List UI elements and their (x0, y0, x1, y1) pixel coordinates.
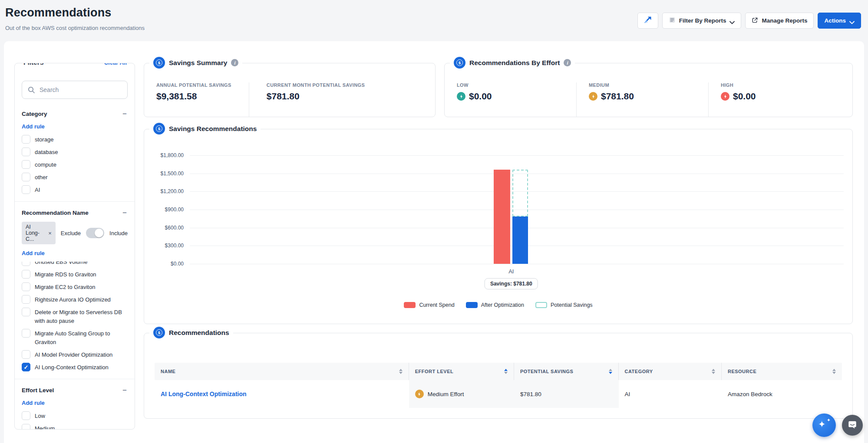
legend-label: Current Spend (419, 302, 454, 308)
recommendation-link[interactable]: AI Long-Context Optimization (161, 390, 247, 397)
checkbox[interactable] (22, 173, 30, 181)
high-effort-stat: HIGH $0.00 (708, 82, 840, 117)
cell-resource: Amazon Bedrock (722, 380, 842, 408)
column-header-resource[interactable]: RESOURCE (722, 363, 842, 380)
selected-filter-chip[interactable]: AI Long-C... × (22, 222, 56, 244)
filter-option[interactable]: Rightsize Aurora IO Optimized (22, 295, 128, 304)
add-rule-link[interactable]: Add rule (22, 123, 128, 130)
column-header-name[interactable]: NAME (155, 363, 409, 380)
toggle-knob (95, 229, 103, 237)
exclude-include-toggle[interactable] (86, 228, 104, 238)
filter-option[interactable]: Migrate Auto Scaling Group to Graviton (22, 329, 128, 347)
filter-option-label: other (35, 173, 48, 182)
filter-option[interactable]: other (22, 173, 128, 182)
add-rule-link[interactable]: Add rule (22, 250, 128, 256)
dollar-coin-icon: $ (454, 57, 465, 69)
section-divider (15, 379, 135, 379)
filter-option[interactable]: compute (22, 160, 128, 169)
external-link-icon (752, 17, 758, 25)
filter-option[interactable]: Low (22, 411, 128, 420)
checkbox[interactable] (22, 270, 30, 279)
savings-recommendations-card: $ Savings Recommendations $1,800.00 $1,5… (144, 129, 853, 324)
ai-assistant-button[interactable]: ✦ ✦ (812, 413, 836, 437)
y-tick: $1,200.00 (161, 188, 184, 194)
column-header-category[interactable]: CATEGORY (619, 363, 722, 380)
filter-by-reports-button[interactable]: Filter By Reports (662, 13, 742, 29)
filter-option-label: Delete or Migrate to Serverless DB with … (35, 308, 128, 325)
top-header: Recommendations Out of the box AWS cost … (0, 0, 868, 41)
column-header-effort-level[interactable]: EFFORT LEVEL (409, 363, 514, 380)
savings-summary-card: $ Savings Summary i ANNUAL POTENTIAL SAV… (144, 63, 436, 117)
filter-option[interactable]: Migrate RDS to Graviton (22, 270, 128, 279)
collapse-icon[interactable]: − (122, 110, 128, 118)
filter-option-label: Migrate Auto Scaling Group to Graviton (35, 329, 128, 347)
info-icon[interactable]: i (564, 59, 571, 66)
filter-option[interactable]: storage (22, 135, 128, 144)
checkbox[interactable] (22, 363, 30, 371)
stat-value: $0.00 (469, 91, 492, 102)
stat-value: $781.80 (267, 91, 365, 102)
sparkle-icon: ✦ (827, 417, 831, 423)
checkbox[interactable] (22, 308, 30, 316)
x-axis-label: AI (508, 268, 514, 275)
checkbox[interactable] (22, 160, 30, 169)
filter-option[interactable]: Unused EBS Volume (22, 262, 128, 266)
collapse-icon[interactable]: − (122, 387, 128, 394)
chat-bubble-icon (848, 420, 857, 431)
filter-option[interactable]: Delete or Migrate to Serverless DB with … (22, 308, 128, 325)
search-input[interactable] (22, 81, 128, 99)
column-header-potential-savings[interactable]: POTENTIAL SAVINGS (514, 363, 619, 380)
sort-icon (504, 369, 508, 374)
filter-option-label: AI Long-Context Optimization (35, 363, 109, 372)
resource-value: Amazon Bedrock (728, 391, 772, 397)
filter-option[interactable]: AI Model Provider Optimization (22, 350, 128, 359)
send-to-jira-button[interactable] (637, 13, 658, 29)
category-section: Category − Add rule storage database com… (22, 110, 128, 194)
checkbox[interactable] (22, 148, 30, 156)
filter-option[interactable]: AI Long-Context Optimization (22, 363, 128, 372)
info-icon[interactable]: i (231, 59, 238, 66)
bar-current-spend[interactable] (494, 170, 510, 264)
filter-option[interactable]: AI (22, 185, 128, 194)
checkbox[interactable] (22, 262, 30, 266)
checkbox[interactable] (22, 282, 30, 291)
chat-support-button[interactable] (842, 415, 863, 436)
checkbox[interactable] (22, 350, 30, 359)
recommendations-table: NAME EFFORT LEVEL POTENTIAL SAVINGS CATE… (155, 363, 842, 408)
filter-option-label: Unused EBS Volume (35, 262, 87, 266)
annual-savings-stat: ANNUAL POTENTIAL SAVINGS $9,381.58 (156, 82, 249, 117)
sparkle-icon: ✦ (818, 419, 826, 430)
checkbox[interactable] (22, 424, 30, 430)
cell-effort-level: Medium Effort (409, 380, 514, 408)
category-value: AI (625, 391, 630, 397)
medium-effort-stat: MEDIUM $781.80 (576, 82, 708, 117)
add-rule-link[interactable]: Add rule (22, 400, 128, 406)
filter-option[interactable]: Migrate EC2 to Graviton (22, 282, 128, 292)
recommendations-table-card: $ Recommendations NAME EFFORT LEVEL POTE… (144, 333, 853, 419)
checkbox[interactable] (22, 329, 30, 338)
y-tick: $900.00 (165, 207, 184, 213)
potential-savings-outline[interactable] (512, 170, 528, 217)
filter-option-label: storage (35, 135, 53, 144)
bar-group-ai (494, 155, 528, 264)
effort-level-section: Effort Level − Add rule Low Medium High (22, 387, 128, 430)
bar-after-optimization[interactable] (512, 217, 528, 264)
collapse-icon[interactable]: − (122, 209, 128, 217)
legend-label: Potential Savings (551, 302, 593, 308)
checkbox[interactable] (22, 185, 30, 194)
savings-summary-title: Savings Summary (169, 59, 227, 67)
clear-all-button[interactable]: Clear All (101, 63, 130, 66)
stat-label: LOW (457, 82, 568, 88)
recommendation-name-options: Unused EBS Volume Migrate RDS to Gravito… (22, 262, 128, 372)
remove-chip-icon[interactable]: × (48, 230, 52, 236)
manage-reports-button[interactable]: Manage Reports (745, 13, 814, 29)
checkbox[interactable] (22, 135, 30, 144)
low-effort-stat: LOW $0.00 (457, 82, 576, 117)
checkbox[interactable] (22, 295, 30, 304)
filter-option-label: Low (35, 411, 45, 420)
filter-option[interactable]: Medium (22, 424, 128, 430)
plot-area: AI Savings: $781.80 (190, 155, 844, 264)
checkbox[interactable] (22, 411, 30, 420)
actions-button[interactable]: Actions (818, 13, 861, 29)
filter-option[interactable]: database (22, 148, 128, 157)
